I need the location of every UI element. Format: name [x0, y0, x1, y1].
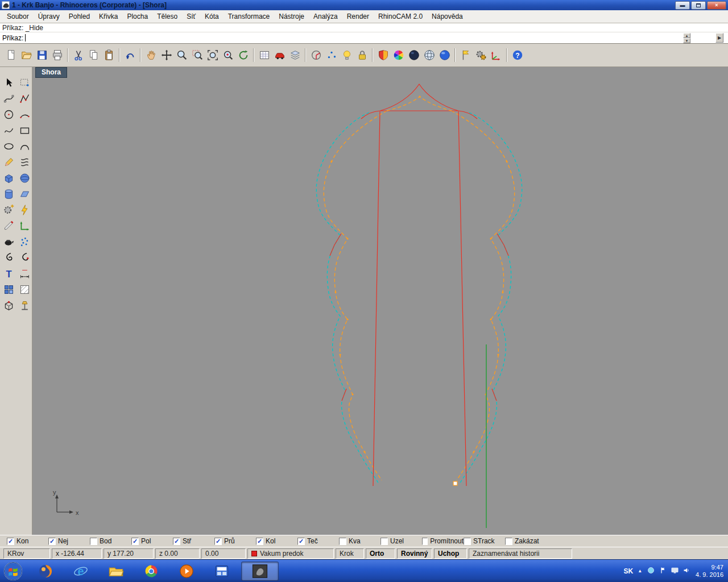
align-axis-tool-button[interactable] — [17, 218, 32, 233]
hook-curve-tool-button[interactable] — [1, 250, 16, 265]
status-rovinny[interactable]: Rovinný — [397, 548, 432, 559]
curve-points-tool-button[interactable] — [1, 91, 16, 106]
menu-plocha[interactable]: Plocha — [122, 10, 152, 23]
osnap-promítnout-checkbox[interactable] — [422, 538, 428, 545]
osnap-teč[interactable]: ✓Teč — [297, 537, 339, 545]
zoom-selected-button[interactable] — [220, 48, 235, 63]
menu-anal-za[interactable]: Analýza — [309, 10, 342, 23]
menu-transformace[interactable]: Transformace — [224, 10, 275, 23]
render-pot-tool-button[interactable] — [1, 234, 16, 249]
osnap-kol[interactable]: ✓Kol — [256, 537, 297, 545]
block-insert-tool-button[interactable] — [1, 298, 16, 313]
osnap-kva[interactable]: Kva — [339, 537, 380, 545]
status-orto[interactable]: Orto — [366, 548, 395, 559]
selected-point[interactable] — [453, 481, 457, 485]
menu--pravy[interactable]: Úpravy — [34, 10, 64, 23]
menu-pohled[interactable]: Pohled — [64, 10, 94, 23]
neck-outline[interactable] — [373, 84, 466, 486]
knife-tool-button[interactable] — [1, 218, 16, 233]
car-button[interactable] — [272, 48, 287, 63]
pan-button[interactable] — [143, 48, 159, 63]
rotate-view-button[interactable] — [235, 48, 251, 63]
point-cloud-tool-button[interactable] — [17, 234, 32, 249]
spark-tool-button[interactable] — [17, 202, 32, 217]
sphere-dark-button[interactable] — [406, 48, 421, 63]
shield-button[interactable] — [375, 48, 391, 63]
status-layer[interactable]: Vakum predok — [247, 548, 334, 559]
taskbar-firefox[interactable] — [30, 562, 61, 581]
spinner-down-icon[interactable]: ▼ — [683, 38, 690, 43]
grid-table-button[interactable] — [257, 48, 272, 63]
select-arrow-tool-button[interactable] — [1, 75, 16, 90]
lock-button[interactable] — [354, 48, 370, 63]
globe-grid-button[interactable] — [421, 48, 437, 63]
clock[interactable]: 9:47 4. 9. 2016 — [696, 564, 723, 579]
points-tool-button[interactable] — [324, 48, 339, 63]
viewport-canvas[interactable]: y x — [32, 67, 728, 535]
taskbar-media-player[interactable] — [171, 562, 202, 581]
tray-volume[interactable] — [682, 566, 691, 576]
osnap-prů[interactable]: ✓Prů — [214, 537, 256, 545]
osnap-zakázat-checkbox[interactable] — [505, 538, 512, 545]
pencil-tool-button[interactable] — [1, 155, 16, 169]
text-tool-button[interactable]: T — [1, 266, 16, 281]
ellipse-tool-button[interactable] — [1, 139, 16, 153]
curve-interp-tool-button[interactable] — [1, 123, 16, 138]
cylinder-tool-button[interactable] — [1, 186, 16, 201]
conic-tool-button[interactable] — [17, 139, 32, 153]
gear-module-tool-button[interactable] — [1, 202, 16, 217]
flag-button[interactable] — [458, 48, 473, 63]
paste-button[interactable] — [101, 48, 117, 63]
menu-s-[interactable]: Síť — [182, 10, 200, 23]
viewport-top[interactable]: y x Shora — [32, 67, 728, 535]
sphere-blue-button[interactable] — [437, 48, 452, 63]
taskbar-rhinoceros[interactable] — [241, 562, 279, 581]
status-historie[interactable]: Zaznamenávat historii — [469, 548, 572, 559]
viewport-title[interactable]: Shora — [35, 67, 67, 78]
osnap-nej-checkbox[interactable]: ✓ — [48, 538, 56, 545]
menu-k-ivka[interactable]: Křivka — [94, 10, 122, 23]
taskbar-file-manager[interactable] — [206, 562, 238, 581]
rectangle-tool-button[interactable] — [17, 123, 32, 138]
language-indicator[interactable]: SK — [623, 567, 633, 575]
tray-expand-icon[interactable]: ▲ — [638, 568, 642, 573]
lamp-tool-button[interactable] — [17, 298, 32, 313]
osnap-promítnout[interactable]: Promítnout — [422, 537, 464, 545]
minimize-button-icon[interactable]: ▬ — [675, 1, 690, 10]
layers-button[interactable] — [287, 48, 303, 63]
osnap-uzel-checkbox[interactable] — [380, 538, 388, 545]
box-tool-button[interactable] — [1, 171, 16, 185]
menu-n-stroje[interactable]: Nástroje — [274, 10, 309, 23]
cut-button[interactable] — [71, 48, 86, 63]
osnap-kon[interactable]: ✓Kon — [7, 537, 48, 545]
gears-button[interactable] — [473, 48, 489, 63]
menu-render[interactable]: Render — [342, 10, 374, 23]
start-button-icon[interactable] — [2, 560, 24, 582]
save-button[interactable] — [34, 48, 49, 63]
dimension-tool-button[interactable] — [17, 266, 32, 281]
osnap-teč-checkbox[interactable]: ✓ — [297, 538, 305, 545]
zoom-window-button[interactable] — [189, 48, 205, 63]
surface-plane-tool-button[interactable] — [17, 186, 32, 201]
status-krok[interactable]: Krok — [336, 548, 364, 559]
hatch-tool-button[interactable] — [17, 282, 32, 297]
osnap-uzel[interactable]: Uzel — [380, 537, 422, 545]
zoom-dynamic-button[interactable] — [174, 48, 189, 63]
menu-rhinocam-2-0[interactable]: RhinoCAM 2.0 — [374, 10, 427, 23]
osnap-bod[interactable]: Bod — [90, 537, 131, 545]
menu-n-pov-da[interactable]: Nápověda — [427, 10, 468, 23]
menu-soubor[interactable]: Soubor — [2, 10, 34, 23]
color-wheel-button[interactable] — [391, 48, 406, 63]
osnap-strack-checkbox[interactable] — [464, 538, 471, 545]
outer-curve-left[interactable] — [316, 113, 379, 484]
osnap-kol-checkbox[interactable]: ✓ — [256, 538, 263, 545]
move-button[interactable] — [159, 48, 174, 63]
tray-display[interactable] — [671, 566, 679, 576]
maximize-button-icon[interactable] — [691, 1, 706, 10]
select-lasso-tool-button[interactable] — [17, 75, 32, 90]
close-button-icon[interactable]: × — [707, 1, 726, 10]
undo-button[interactable] — [122, 48, 138, 63]
polyline-tool-button[interactable] — [17, 91, 32, 106]
menu-t-leso[interactable]: Těleso — [152, 10, 182, 23]
osnap-kon-checkbox[interactable]: ✓ — [7, 538, 14, 545]
